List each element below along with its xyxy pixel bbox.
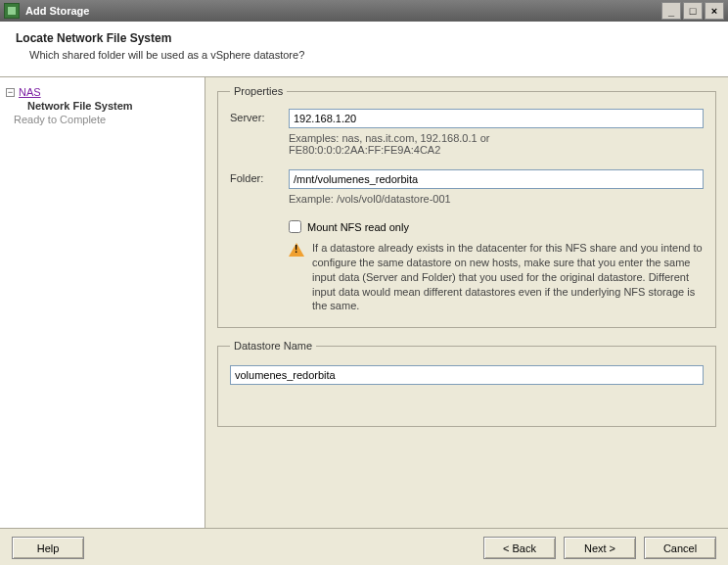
- nas-link[interactable]: NAS: [19, 86, 41, 98]
- warning-icon: [289, 243, 304, 257]
- folder-row: Folder: Example: /vols/vol0/datastore-00…: [230, 169, 704, 214]
- next-button[interactable]: Next >: [564, 537, 636, 559]
- wizard-sidebar: − NAS Network File System Ready to Compl…: [0, 77, 205, 528]
- tree-collapse-icon[interactable]: −: [6, 88, 15, 97]
- page-title: Locate Network File System: [16, 31, 712, 45]
- properties-legend: Properties: [230, 85, 287, 97]
- datastore-group: Datastore Name: [217, 340, 716, 427]
- warning-text: If a datastore already exists in the dat…: [312, 241, 704, 313]
- tree-node-nas[interactable]: − NAS: [6, 85, 199, 99]
- server-label: Server:: [230, 109, 289, 123]
- server-input[interactable]: [289, 109, 704, 128]
- server-example: Examples: nas, nas.it.com, 192.168.0.1 o…: [289, 132, 704, 156]
- minimize-button[interactable]: _: [661, 2, 681, 20]
- folder-input[interactable]: [289, 169, 704, 189]
- readonly-checkbox[interactable]: [289, 220, 301, 233]
- properties-group: Properties Server: Examples: nas, nas.it…: [217, 85, 716, 328]
- window-title: Add Storage: [25, 5, 89, 17]
- datastore-name-input[interactable]: [230, 365, 704, 385]
- help-button[interactable]: Help: [12, 537, 84, 559]
- tree-node-ready: Ready to Complete: [14, 113, 199, 126]
- wizard-footer: Help < Back Next > Cancel: [0, 528, 728, 565]
- close-button[interactable]: ×: [705, 2, 724, 20]
- wizard-body: − NAS Network File System Ready to Compl…: [0, 77, 728, 528]
- readonly-row: Mount NFS read only: [289, 220, 704, 233]
- window-controls: _ □ ×: [661, 2, 724, 20]
- titlebar: Add Storage _ □ ×: [0, 0, 728, 22]
- warning-row: If a datastore already exists in the dat…: [289, 241, 704, 313]
- back-button[interactable]: < Back: [483, 537, 556, 559]
- server-row: Server: Examples: nas, nas.it.com, 192.1…: [230, 109, 704, 165]
- maximize-button[interactable]: □: [683, 2, 703, 20]
- cancel-button[interactable]: Cancel: [644, 537, 716, 559]
- tree-node-nfs[interactable]: Network File System: [27, 99, 199, 113]
- wizard-content: Properties Server: Examples: nas, nas.it…: [205, 77, 728, 528]
- folder-label: Folder:: [230, 169, 289, 184]
- app-icon: [4, 3, 20, 19]
- datastore-legend: Datastore Name: [230, 340, 316, 352]
- page-subtitle: Which shared folder will be used as a vS…: [29, 49, 712, 61]
- folder-example: Example: /vols/vol0/datastore-001: [289, 193, 704, 205]
- wizard-header: Locate Network File System Which shared …: [0, 22, 728, 77]
- readonly-label: Mount NFS read only: [307, 221, 409, 233]
